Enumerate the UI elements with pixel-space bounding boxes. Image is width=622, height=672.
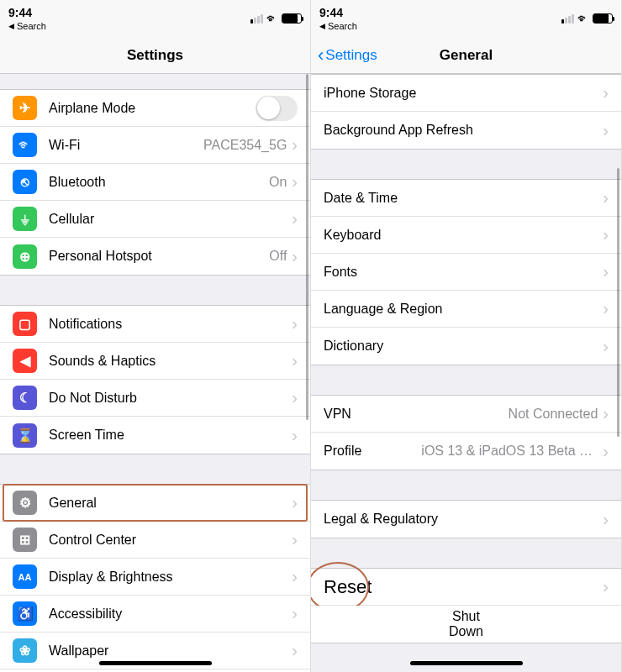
general-list: iPhone Storage›Background App Refresh›Da… xyxy=(311,74,621,672)
signal-icon xyxy=(250,14,263,24)
row-notifications[interactable]: ▢Notifications› xyxy=(0,306,310,343)
row-legal-regulatory[interactable]: Legal & Regulatory› xyxy=(311,501,621,538)
notifications-icon: ▢ xyxy=(13,312,37,336)
row-background-app-refresh[interactable]: Background App Refresh› xyxy=(311,112,621,149)
row-vpn[interactable]: VPNNot Connected› xyxy=(311,396,621,433)
cell-value: Not Connected xyxy=(509,407,598,422)
wifi-icon: ᯤ xyxy=(13,133,37,157)
wallpaper-icon: ❀ xyxy=(13,638,37,663)
status-bar: 9:44 ◀Search ᯤ xyxy=(311,0,621,37)
cell-label: Screen Time xyxy=(49,428,292,443)
status-time: 9:44 xyxy=(319,6,357,19)
row-dictionary[interactable]: Dictionary› xyxy=(311,328,621,365)
cell-label: Personal Hotspot xyxy=(49,249,269,264)
battery-icon xyxy=(593,13,613,24)
wifi-icon: ᯤ xyxy=(266,12,278,25)
row-wi-fi[interactable]: ᯤWi-FiPACE354_5G› xyxy=(0,127,310,164)
cell-label: Legal & Regulatory xyxy=(324,512,603,527)
cell-label: Dictionary xyxy=(324,339,603,354)
back-button[interactable]: ‹ Settings xyxy=(318,47,377,64)
row-control-center[interactable]: ⊞Control Center› xyxy=(0,522,310,559)
cell-label: Shut Down xyxy=(449,609,483,639)
cellular-icon: ⏚ xyxy=(13,207,37,231)
row-general[interactable]: ⚙General› xyxy=(0,485,310,522)
cell-label: Wi-Fi xyxy=(49,138,203,153)
status-bar: 9:44 ◀Search ᯤ xyxy=(0,0,310,37)
cell-value: Off xyxy=(269,249,287,264)
cell-label: Language & Region xyxy=(324,302,603,317)
cell-label: Keyboard xyxy=(324,228,603,243)
row-profile[interactable]: ProfileiOS 13 & iPadOS 13 Beta Software … xyxy=(311,433,621,470)
control-center-icon: ⊞ xyxy=(13,528,37,552)
cell-label: VPN xyxy=(324,407,509,422)
scrollbar[interactable] xyxy=(306,74,308,420)
row-accessibility[interactable]: ♿Accessibility› xyxy=(0,596,310,633)
cell-label: Airplane Mode xyxy=(49,101,256,116)
chevron-right-icon: › xyxy=(292,567,298,586)
chevron-right-icon: › xyxy=(292,314,298,333)
nav-header-settings: Settings xyxy=(0,37,310,74)
row-do-not-disturb[interactable]: ☾Do Not Disturb› xyxy=(0,380,310,417)
chevron-right-icon: › xyxy=(292,493,298,512)
cell-label: Control Center xyxy=(49,533,292,548)
cell-value: iOS 13 & iPadOS 13 Beta Software Profile… xyxy=(421,444,598,459)
dnd-icon: ☾ xyxy=(13,386,37,410)
cell-label: iPhone Storage xyxy=(324,86,603,101)
bluetooth-icon: ⎋ xyxy=(13,170,37,194)
row-language-region[interactable]: Language & Region› xyxy=(311,291,621,328)
chevron-right-icon: › xyxy=(603,121,609,140)
cell-label: Display & Brightness xyxy=(49,570,292,585)
cell-label: Fonts xyxy=(324,265,603,280)
chevron-right-icon: › xyxy=(292,351,298,370)
airplane-icon: ✈ xyxy=(13,96,37,120)
chevron-right-icon: › xyxy=(292,247,298,266)
back-triangle-icon: ◀ xyxy=(319,22,325,30)
back-label: Settings xyxy=(325,47,377,64)
scrollbar[interactable] xyxy=(617,168,619,437)
cell-label: Accessibility xyxy=(49,606,292,622)
row-airplane-mode[interactable]: ✈Airplane Mode xyxy=(0,90,310,127)
row-fonts[interactable]: Fonts› xyxy=(311,254,621,291)
chevron-right-icon: › xyxy=(292,172,298,192)
battery-icon xyxy=(282,13,302,24)
row-display-brightness[interactable]: AADisplay & Brightness› xyxy=(0,559,310,596)
cell-label: Notifications xyxy=(49,317,292,332)
chevron-right-icon: › xyxy=(292,604,298,623)
chevron-right-icon: › xyxy=(292,530,298,549)
row-iphone-storage[interactable]: iPhone Storage› xyxy=(311,75,621,112)
cell-label: General xyxy=(49,496,292,511)
chevron-right-icon: › xyxy=(603,442,609,461)
row-sounds-haptics[interactable]: ◀Sounds & Haptics› xyxy=(0,343,310,380)
cell-label: Background App Refresh xyxy=(324,123,603,138)
back-to-search[interactable]: ◀Search xyxy=(319,21,357,31)
cell-label: Sounds & Haptics xyxy=(49,354,292,369)
chevron-right-icon: › xyxy=(292,426,298,445)
home-indicator[interactable] xyxy=(410,661,523,665)
row-cellular[interactable]: ⏚Cellular› xyxy=(0,201,310,238)
settings-screen: 9:44 ◀Search ᯤ Settings ✈Airplane ModeᯤW… xyxy=(0,0,311,672)
row-screen-time[interactable]: ⌛Screen Time› xyxy=(0,417,310,454)
back-triangle-icon: ◀ xyxy=(8,22,14,30)
chevron-right-icon: › xyxy=(292,388,298,407)
chevron-right-icon: › xyxy=(603,262,609,281)
back-to-search[interactable]: ◀Search xyxy=(8,21,46,31)
row-personal-hotspot[interactable]: ⊕Personal HotspotOff› xyxy=(0,238,310,275)
chevron-right-icon: › xyxy=(603,83,609,102)
cell-label: Date & Time xyxy=(324,191,603,206)
wifi-icon: ᯤ xyxy=(577,12,589,25)
page-title: Settings xyxy=(127,47,183,64)
row-reset[interactable]: Reset› xyxy=(311,569,621,606)
cell-label: Profile xyxy=(324,444,421,459)
signal-icon xyxy=(561,14,574,24)
row-date-time[interactable]: Date & Time› xyxy=(311,180,621,217)
home-indicator[interactable] xyxy=(99,661,212,665)
row-shut-down[interactable]: Shut Down xyxy=(311,606,621,643)
row-keyboard[interactable]: Keyboard› xyxy=(311,217,621,254)
row-bluetooth[interactable]: ⎋BluetoothOn› xyxy=(0,164,310,201)
status-indicators: ᯤ xyxy=(561,12,613,25)
chevron-right-icon: › xyxy=(292,641,298,660)
display-icon: AA xyxy=(13,564,37,589)
airplane-switch[interactable] xyxy=(256,96,298,121)
chevron-right-icon: › xyxy=(603,337,609,356)
screentime-icon: ⌛ xyxy=(13,423,37,448)
